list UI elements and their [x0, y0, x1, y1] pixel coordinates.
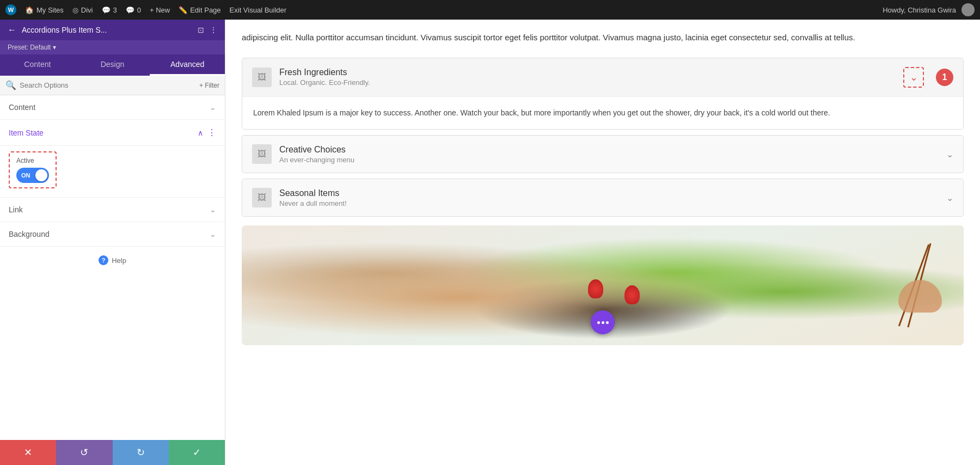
wp-logo-item[interactable]: W [5, 4, 16, 15]
accordion-fresh-body: Lorem Khaled Ipsum is a major key to suc… [242, 96, 963, 130]
accordion-seasonal-title: Seasonal Items [279, 188, 939, 198]
section-content-label: Content [9, 103, 35, 112]
edit-page-item[interactable]: ✏️ Edit Page [179, 6, 220, 14]
section-item-state-dots[interactable]: ⋮ [207, 127, 216, 138]
new-item[interactable]: + New [150, 6, 170, 14]
section-background[interactable]: Background ⌄ [0, 222, 225, 247]
dot-2 [602, 321, 604, 324]
help-row[interactable]: ? Help [0, 247, 225, 274]
speech-icon: 💬 [126, 6, 134, 14]
section-link[interactable]: Link ⌄ [0, 198, 225, 222]
search-icon: 🔍 [5, 80, 16, 90]
dot-1 [597, 321, 600, 324]
panel-header: ← Accordions Plus Item S... ⊡ ⋮ [0, 20, 225, 40]
accordion-seasonal-header[interactable]: 🖼 Seasonal Items Never a dull moment! ⌄ [242, 179, 963, 216]
comments-item[interactable]: 💬 3 [102, 6, 117, 14]
more-icon[interactable]: ⋮ [210, 26, 217, 34]
search-bar: 🔍 + Filter [0, 76, 225, 95]
panel-body: Content ⌄ Item State ∧ ⋮ Active ON [0, 95, 225, 440]
image-placeholder-icon: 🖼 [258, 72, 266, 82]
my-sites-item[interactable]: 🏠 My Sites [25, 6, 64, 14]
tab-design[interactable]: Design [75, 54, 150, 76]
accordion-seasonal-chevron[interactable]: ⌄ [946, 193, 953, 203]
admin-bar-right: Howdy, Christina Gwira [883, 3, 975, 16]
section-item-state-chevron: ∧ [198, 129, 203, 137]
section-content-chevron: ⌄ [210, 103, 216, 112]
accordion-seasonal: 🖼 Seasonal Items Never a dull moment! ⌄ [242, 179, 964, 217]
accordion-creative-text: Creative Choices An ever-changing menu [279, 145, 939, 164]
comments2-item[interactable]: 💬 0 [126, 6, 141, 14]
comment-count: 3 [113, 6, 117, 14]
preset-chevron: ▾ [53, 44, 56, 51]
item-state-section: Active ON [0, 146, 225, 198]
tab-content[interactable]: Content [0, 54, 75, 76]
redo-button[interactable]: ↻ [113, 440, 169, 465]
pencil-icon: ✏️ [179, 6, 187, 14]
help-label: Help [112, 256, 126, 265]
sites-icon: 🏠 [25, 6, 34, 14]
accordion-creative-subtitle: An ever-changing menu [279, 156, 939, 164]
new-label: + New [150, 6, 170, 14]
toggle-thumb [35, 169, 47, 181]
preset-bar[interactable]: Preset: Default ▾ [0, 40, 225, 54]
filter-button[interactable]: + Filter [199, 82, 219, 89]
save-button[interactable]: ✓ [169, 440, 225, 465]
section-background-label: Background [9, 230, 50, 238]
section-background-chevron: ⌄ [210, 230, 216, 238]
search-input[interactable] [20, 81, 196, 89]
section-link-chevron: ⌄ [210, 205, 216, 214]
accordion-fresh-action[interactable]: ⌄ [903, 67, 924, 88]
accordion-creative: 🖼 Creative Choices An ever-changing menu… [242, 135, 964, 173]
main-layout: ← Accordions Plus Item S... ⊡ ⋮ Preset: … [0, 20, 980, 465]
howdy-label: Howdy, Christina Gwira [883, 6, 956, 14]
help-icon: ? [99, 255, 108, 265]
accordion-fresh-body-text: Lorem Khaled Ipsum is a major key to suc… [253, 108, 830, 117]
section-item-state-label: Item State [9, 129, 44, 137]
expand-icon[interactable]: ⊡ [198, 26, 204, 34]
accordion-fresh: 🖼 Fresh Ingredients Local. Organic. Eco-… [242, 58, 964, 130]
dot-3 [606, 321, 609, 324]
exit-builder-item[interactable]: Exit Visual Builder [230, 6, 287, 14]
undo-button[interactable]: ↺ [56, 440, 112, 465]
back-icon[interactable]: ← [8, 25, 16, 35]
save-icon: ✓ [193, 446, 201, 458]
preset-label: Preset: Default [8, 44, 51, 51]
left-panel: ← Accordions Plus Item S... ⊡ ⋮ Preset: … [0, 20, 225, 465]
content-area: adipiscing elit. Nulla porttitor accumsa… [225, 20, 980, 465]
intro-text: adipiscing elit. Nulla porttitor accumsa… [242, 30, 964, 45]
panel-footer: ✕ ↺ ↻ ✓ [0, 440, 225, 465]
image2-placeholder-icon: 🖼 [258, 149, 266, 159]
edit-page-label: Edit Page [190, 6, 220, 14]
dot-menu [597, 321, 609, 324]
divi-item[interactable]: ◎ Divi [72, 6, 93, 14]
section-content[interactable]: Content ⌄ [0, 95, 225, 120]
radish-2 [624, 285, 640, 304]
panel-tabs: Content Design Advanced [0, 54, 225, 76]
active-toggle[interactable]: ON [16, 168, 49, 183]
panel-title: Accordions Plus Item S... [22, 26, 192, 34]
toggle-on-label: ON [18, 172, 30, 179]
accordion-seasonal-subtitle: Never a dull moment! [279, 199, 939, 207]
cancel-button[interactable]: ✕ [0, 440, 56, 465]
accordion-fresh-text: Fresh Ingredients Local. Organic. Eco-Fr… [279, 68, 896, 87]
accordion-creative-title: Creative Choices [279, 145, 939, 155]
redo-icon: ↻ [137, 446, 145, 458]
wp-logo: W [5, 4, 16, 15]
accordion-fresh-header[interactable]: 🖼 Fresh Ingredients Local. Organic. Eco-… [242, 58, 963, 96]
section-item-state-header[interactable]: Item State ∧ ⋮ [0, 120, 225, 146]
floating-menu-button[interactable] [591, 310, 615, 334]
accordion-creative-header[interactable]: 🖼 Creative Choices An ever-changing menu… [242, 136, 963, 173]
undo-icon: ↺ [80, 446, 88, 458]
accordion-badge: 1 [936, 69, 953, 86]
exit-builder-label: Exit Visual Builder [230, 6, 287, 14]
accordion-fresh-chevron: ⌄ [910, 71, 918, 83]
comment-num: 0 [137, 6, 141, 14]
tab-advanced[interactable]: Advanced [150, 54, 225, 76]
food-image-section [242, 225, 964, 345]
accordion-creative-chevron[interactable]: ⌄ [946, 149, 953, 160]
active-toggle-container: Active ON [9, 151, 57, 188]
accordion-seasonal-text: Seasonal Items Never a dull moment! [279, 188, 939, 207]
my-sites-label: My Sites [36, 6, 64, 14]
divi-label: Divi [81, 6, 93, 14]
divi-icon: ◎ [72, 6, 78, 14]
